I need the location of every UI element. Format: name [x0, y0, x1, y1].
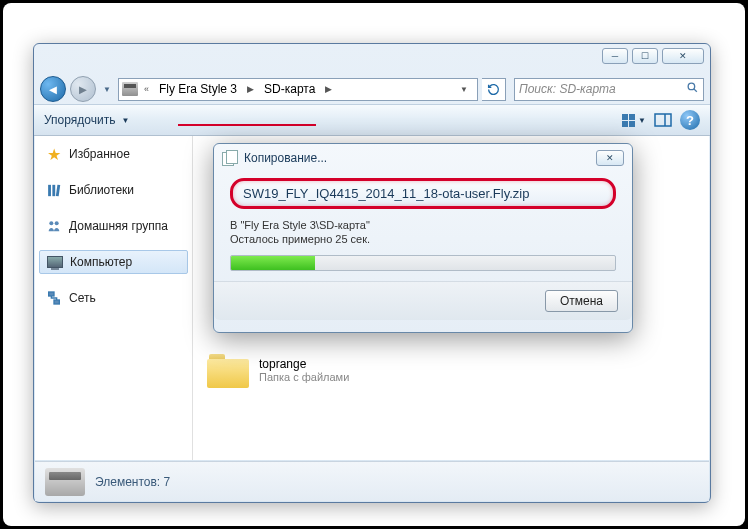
sidebar-item-network[interactable]: Сеть: [35, 286, 192, 310]
star-icon: ★: [45, 145, 63, 163]
status-text: Элементов: 7: [95, 475, 170, 489]
forward-button[interactable]: ►: [70, 76, 96, 102]
help-button[interactable]: ?: [680, 110, 700, 130]
close-button[interactable]: ✕: [662, 48, 704, 64]
address-dropdown-icon[interactable]: ▼: [454, 85, 474, 94]
chevron-right-icon[interactable]: ▶: [321, 82, 336, 96]
dialog-titlebar[interactable]: Копирование... ✕: [214, 144, 632, 172]
sidebar-item-computer[interactable]: Компьютер: [39, 250, 188, 274]
progress-bar: [230, 255, 616, 271]
folder-name: toprange: [259, 357, 349, 371]
annotation-underline: [178, 124, 316, 126]
homegroup-icon: [45, 217, 63, 235]
svg-rect-3: [48, 184, 51, 195]
search-placeholder: Поиск: SD-карта: [519, 82, 616, 96]
refresh-button[interactable]: [482, 78, 506, 101]
svg-point-6: [49, 221, 53, 225]
copy-dialog: Копирование... ✕ SW19_FLY_IQ4415_2014_11…: [213, 143, 633, 333]
destination-text: В "Fly Era Style 3\SD-карта": [230, 219, 616, 231]
drive-icon: [45, 468, 85, 496]
sidebar-item-label: Сеть: [69, 291, 96, 305]
address-bar[interactable]: « Fly Era Style 3 ▶ SD-карта ▶ ▼: [118, 78, 478, 101]
view-options-button[interactable]: ▼: [622, 114, 646, 127]
sidebar-item-libraries[interactable]: Библиотеки: [35, 178, 192, 202]
status-bar: Элементов: 7: [35, 461, 709, 501]
svg-rect-5: [55, 184, 59, 196]
filename-highlight: SW19_FLY_IQ4415_2014_11_18-ota-user.Fly.…: [230, 178, 616, 209]
nav-history-dropdown[interactable]: ▼: [100, 76, 114, 102]
organize-button[interactable]: Упорядочить: [44, 113, 115, 127]
chevron-down-icon[interactable]: ▼: [121, 116, 129, 125]
time-remaining-text: Осталось примерно 25 сек.: [230, 233, 616, 245]
svg-point-0: [688, 83, 695, 90]
svg-rect-8: [49, 292, 54, 296]
toolbar: Упорядочить ▼ ▼ ?: [34, 104, 710, 136]
sidebar-item-label: Библиотеки: [69, 183, 134, 197]
computer-icon: [46, 253, 64, 271]
minimize-button[interactable]: ─: [602, 48, 628, 64]
breadcrumb-seg-2[interactable]: SD-карта: [260, 80, 319, 98]
folder-item[interactable]: toprange Папка с файлами: [207, 352, 695, 388]
svg-rect-4: [52, 184, 55, 195]
nav-row: ◄ ► ▼ « Fly Era Style 3 ▶ SD-карта ▶ ▼ П…: [34, 74, 710, 104]
cancel-button[interactable]: Отмена: [545, 290, 618, 312]
window-titlebar: ─ ☐ ✕: [34, 44, 710, 74]
search-input[interactable]: Поиск: SD-карта: [514, 78, 704, 101]
progress-fill: [231, 256, 315, 270]
network-icon: [45, 289, 63, 307]
breadcrumb-overflow-icon[interactable]: «: [140, 82, 153, 96]
search-icon: [686, 81, 699, 97]
folder-icon: [207, 352, 249, 388]
sidebar-item-label: Компьютер: [70, 255, 132, 269]
libraries-icon: [45, 181, 63, 199]
svg-point-7: [55, 221, 59, 225]
breadcrumb-seg-1[interactable]: Fly Era Style 3: [155, 80, 241, 98]
copying-filename: SW19_FLY_IQ4415_2014_11_18-ota-user.Fly.…: [243, 186, 603, 201]
copy-icon: [222, 150, 238, 166]
sidebar-item-favorites[interactable]: ★ Избранное: [35, 142, 192, 166]
preview-pane-button[interactable]: [652, 109, 674, 131]
back-button[interactable]: ◄: [40, 76, 66, 102]
sidebar-item-label: Домашняя группа: [69, 219, 168, 233]
maximize-button[interactable]: ☐: [632, 48, 658, 64]
folder-subtitle: Папка с файлами: [259, 371, 349, 383]
sidebar: ★ Избранное Библиотеки Домашняя группа: [35, 136, 193, 460]
svg-rect-1: [655, 114, 671, 126]
chevron-right-icon[interactable]: ▶: [243, 82, 258, 96]
sidebar-item-homegroup[interactable]: Домашняя группа: [35, 214, 192, 238]
dialog-title: Копирование...: [244, 151, 327, 165]
dialog-close-button[interactable]: ✕: [596, 150, 624, 166]
svg-rect-9: [54, 300, 59, 304]
drive-icon: [122, 82, 138, 96]
sidebar-item-label: Избранное: [69, 147, 130, 161]
